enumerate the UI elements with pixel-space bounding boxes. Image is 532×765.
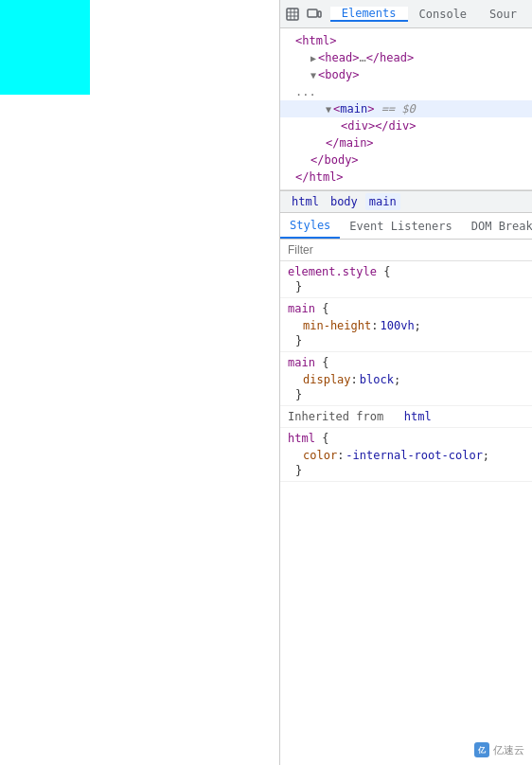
tree-div[interactable]: <div></div> bbox=[280, 117, 532, 134]
tab-dom-breakpoints[interactable]: DOM Breakpoin bbox=[462, 213, 532, 239]
breadcrumb: html body main bbox=[280, 190, 532, 213]
style-rule-main-minheight: main { min-height : 100vh ; } bbox=[280, 298, 532, 352]
tree-main-close: </main> bbox=[280, 134, 532, 151]
tree-body-close: </body> bbox=[280, 151, 532, 169]
tree-body[interactable]: ▼ <body> bbox=[280, 66, 532, 83]
watermark: 亿 亿速云 bbox=[474, 742, 524, 757]
svg-rect-6 bbox=[318, 11, 321, 17]
style-tabs: Styles Event Listeners DOM Breakpoin bbox=[280, 213, 532, 240]
svg-rect-0 bbox=[287, 9, 298, 20]
style-prop-color: color : -internal-root-color ; bbox=[288, 447, 524, 464]
tab-styles[interactable]: Styles bbox=[280, 213, 340, 239]
cyan-box bbox=[0, 0, 90, 95]
style-prop-min-height: min-height : 100vh ; bbox=[288, 317, 524, 334]
devtools-header: Elements Console Sour bbox=[280, 0, 532, 28]
svg-rect-5 bbox=[308, 9, 317, 17]
tab-console[interactable]: Console bbox=[408, 7, 479, 22]
elements-tree: <html> ▶ <head>…</head> ▼ <body> ... ▼ <… bbox=[280, 28, 532, 190]
tree-main[interactable]: ▼ <main> == $0 bbox=[280, 100, 532, 117]
style-rule-html-color: html { color : -internal-root-color ; } bbox=[280, 428, 532, 482]
watermark-text: 亿速云 bbox=[493, 743, 524, 757]
device-icon[interactable] bbox=[305, 5, 322, 24]
page-area bbox=[0, 0, 279, 765]
styles-panel: element.style { } main { min-height : 10… bbox=[280, 261, 532, 765]
style-prop-display: display : block ; bbox=[288, 371, 524, 388]
breadcrumb-body[interactable]: body bbox=[327, 193, 362, 210]
style-rule-main-display: main { display : block ; } bbox=[280, 352, 532, 406]
tab-elements[interactable]: Elements bbox=[330, 7, 408, 22]
tree-html-close: </html> bbox=[280, 169, 532, 186]
tree-head[interactable]: ▶ <head>…</head> bbox=[280, 49, 532, 66]
tab-sources[interactable]: Sour bbox=[478, 7, 528, 22]
inherited-from-label: Inherited from html bbox=[280, 406, 532, 428]
watermark-icon: 亿 bbox=[474, 742, 489, 757]
cursor-icon[interactable] bbox=[284, 5, 301, 24]
filter-input[interactable] bbox=[288, 243, 524, 257]
breadcrumb-html[interactable]: html bbox=[288, 193, 323, 210]
filter-bar bbox=[280, 240, 532, 261]
tab-event-listeners[interactable]: Event Listeners bbox=[340, 213, 461, 239]
tree-html[interactable]: <html> bbox=[280, 32, 532, 49]
devtools-panel: Elements Console Sour <html> ▶ <head>…</… bbox=[279, 0, 532, 765]
breadcrumb-main[interactable]: main bbox=[365, 193, 400, 210]
style-rule-element: element.style { } bbox=[280, 261, 532, 298]
tree-dots: ... bbox=[280, 83, 532, 100]
